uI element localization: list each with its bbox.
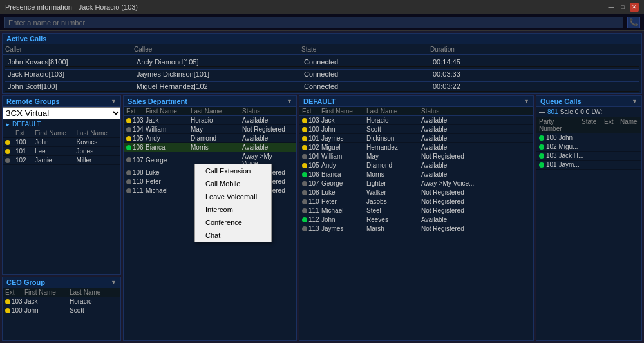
default-row-6[interactable]: 106 Bianca Morris Available xyxy=(299,170,533,179)
title-bar: Presence information - Jack Horacio (103… xyxy=(0,0,644,14)
default-row-7[interactable]: 107 George Lighter Away->My Voice... xyxy=(299,179,533,188)
active-call-row-1[interactable]: John Kovacs[8100] Andy Diamond[105] Conn… xyxy=(5,57,639,67)
queue-row-2[interactable]: 103 Jack H... xyxy=(536,152,641,161)
sales-dept-chevron[interactable]: ▼ xyxy=(287,98,292,104)
close-button[interactable]: ✕ xyxy=(630,3,639,12)
ceo-dot-1 xyxy=(5,308,10,313)
context-menu: Call Extension Call Mobile Leave Voicema… xyxy=(194,164,272,242)
active-call-row-2[interactable]: Jack Horacio[103] Jaymes Dickinson[101] … xyxy=(5,69,639,79)
phone-icon-button[interactable]: 📞 xyxy=(627,17,640,28)
remote-groups-panel: Remote Groups ▼ 3CX Virtual DEFAULT ExtF… xyxy=(2,95,121,275)
default-group-header: DEFAULT ▼ xyxy=(299,96,533,107)
context-call-extension[interactable]: Call Extension xyxy=(195,164,271,177)
default-row-9[interactable]: 110 Peter Jacobs Not Registered xyxy=(299,197,533,206)
search-bar: 📞 xyxy=(0,14,644,31)
ceo-dot-0 xyxy=(5,299,10,304)
queue-row-1[interactable]: 102 Migu... xyxy=(536,142,641,152)
context-intercom[interactable]: Intercom xyxy=(195,203,271,216)
sales-row-1[interactable]: 104 William May Not Registered xyxy=(124,125,296,134)
default-row-8[interactable]: 108 Luke Walker Not Registered xyxy=(299,188,533,197)
context-conference[interactable]: Conference xyxy=(195,216,271,229)
queue-calls-header: Queue Calls ▼ xyxy=(536,96,641,107)
default-group-chevron[interactable]: ▼ xyxy=(524,98,529,104)
context-call-mobile[interactable]: Call Mobile xyxy=(195,177,271,190)
queue-sub-header: — 801 Sale 0 0 0 LW: xyxy=(536,107,641,117)
ceo-group-header: CEO Group ▼ xyxy=(3,277,120,288)
default-row-4[interactable]: 104 William May Not Registered xyxy=(299,152,533,161)
default-row-3[interactable]: 102 Miguel Hernandez Available xyxy=(299,143,533,152)
remote-groups-select[interactable]: 3CX Virtual xyxy=(3,107,121,119)
search-input[interactable] xyxy=(4,17,623,28)
queue-rows: 100 John 102 Migu... 103 Jack H... 101 J… xyxy=(536,133,641,340)
remote-member-2[interactable]: 102 Jamie Miller xyxy=(3,156,120,165)
remote-member-header: ExtFirst NameLast Name xyxy=(3,129,120,138)
default-row-10[interactable]: 111 Michael Steel Not Registered xyxy=(299,206,533,215)
context-leave-voicemail[interactable]: Leave Voicemail xyxy=(195,190,271,203)
default-row-12[interactable]: 113 Jaymes Marsh Not Registered xyxy=(299,224,533,233)
queue-row-0[interactable]: 100 John xyxy=(536,133,641,142)
minimize-button[interactable]: — xyxy=(607,3,616,12)
window-title: Presence information - Jack Horacio (103… xyxy=(5,3,138,11)
queue-calls-panel: Queue Calls ▼ — 801 Sale 0 0 0 LW: Party… xyxy=(536,95,642,341)
active-calls-section: Active Calls Caller Callee State Duratio… xyxy=(2,33,642,94)
context-chat[interactable]: Chat xyxy=(195,229,271,242)
queue-col-name-h: Name xyxy=(619,117,641,133)
active-calls-header: Active Calls xyxy=(3,34,641,44)
active-calls-table-header: Caller Callee State Duration xyxy=(3,44,641,55)
maximize-button[interactable]: □ xyxy=(618,3,627,12)
sales-table-header: Ext First Name Last Name Status xyxy=(124,107,296,116)
default-table-header: Ext First Name Last Name Status xyxy=(299,107,533,116)
default-row-2[interactable]: 101 Jaymes Dickinson Available xyxy=(299,134,533,143)
ceo-row-0[interactable]: 103 Jack Horacio Available xyxy=(3,297,120,306)
main-content: Active Calls Caller Callee State Duratio… xyxy=(0,31,644,343)
default-row-0[interactable]: 103 Jack Horacio Available xyxy=(299,116,533,125)
default-row-5[interactable]: 105 Andy Diamond Available xyxy=(299,161,533,170)
default-row-11[interactable]: 112 John Reeves Available xyxy=(299,215,533,224)
window-controls: — □ ✕ xyxy=(607,3,639,12)
sales-dept-panel: Sales Department ▼ Ext First Name Last N… xyxy=(123,95,297,341)
queue-calls-chevron[interactable]: ▼ xyxy=(632,98,638,104)
queue-col-state: State xyxy=(580,117,603,133)
remote-groups-chevron[interactable]: ▼ xyxy=(111,98,117,104)
status-dot-yellow xyxy=(5,140,10,145)
status-dot-yellow xyxy=(5,149,10,154)
sales-row-3[interactable]: 106 Bianca Morris Available xyxy=(124,143,296,152)
ceo-group-panel: CEO Group ▼ Ext First Name Last Name Sta… xyxy=(2,277,121,341)
default-row-1[interactable]: 100 John Scott Available xyxy=(299,125,533,134)
sales-row-2[interactable]: 105 Andy Diamond Available xyxy=(124,134,296,143)
remote-group-label: DEFAULT xyxy=(3,119,120,129)
ceo-group-chevron[interactable]: ▼ xyxy=(111,279,117,286)
ceo-row-1[interactable]: 100 John Scott Available xyxy=(3,306,120,315)
sales-row-0[interactable]: 103 Jack Horacio Available xyxy=(124,116,296,125)
default-group-panel: DEFAULT ▼ Ext First Name Last Name Statu… xyxy=(299,95,534,341)
active-call-row-3[interactable]: John Scott[100] Miguel Hernandez[102] Co… xyxy=(5,81,639,92)
default-rows: 103 Jack Horacio Available 100 John Scot… xyxy=(299,116,533,340)
remote-groups-header: Remote Groups ▼ xyxy=(3,96,120,107)
remote-member-0[interactable]: 100 John Kovacs xyxy=(3,138,120,147)
queue-col-party: Party Number xyxy=(536,117,580,133)
sales-dept-header: Sales Department ▼ xyxy=(124,96,296,107)
ceo-table-header: Ext First Name Last Name Status xyxy=(3,288,120,297)
status-dot-gray xyxy=(5,158,10,163)
remote-member-1[interactable]: 101 Lee Jones xyxy=(3,147,120,156)
queue-col-ext-h: Ext xyxy=(603,117,619,133)
queue-row-3[interactable]: 101 Jaym... xyxy=(536,161,641,170)
